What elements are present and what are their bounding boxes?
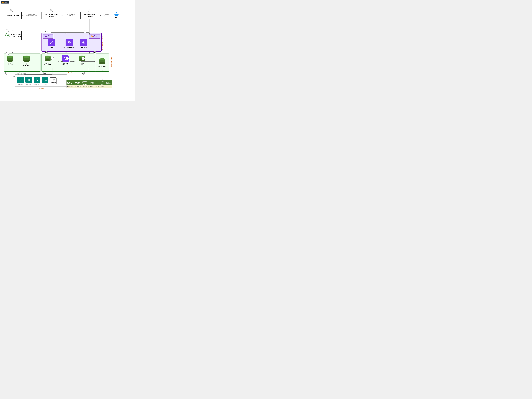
sagemaker-service: SageMaker — [17, 77, 24, 85]
s3-partitioned-icon — [23, 55, 30, 63]
svg-line-9 — [8, 35, 8, 35]
col-owner: Owner — [95, 80, 100, 85]
aws-header: aws AWS — [1, 1, 9, 4]
step-3-2: 3.2 — [66, 57, 69, 60]
svg-rect-6 — [6, 35, 8, 36]
redshift-icon — [67, 41, 71, 45]
discover-catalog-label: Discover — [104, 14, 109, 15]
svg-point-36 — [44, 56, 51, 58]
bedrock-service: Bedrock — [25, 77, 32, 85]
svg-point-55 — [23, 56, 30, 58]
col-raw-s3: RawS3 Path — [67, 80, 74, 85]
s3-raw-icon — [6, 55, 14, 63]
step-6-1: 6.1 — [10, 9, 13, 12]
glue-icon — [45, 35, 47, 38]
s3-partitioned-bucket: S3 -Partitioned — [23, 55, 30, 66]
svg-rect-39 — [65, 58, 65, 59]
svg-point-8 — [8, 35, 9, 36]
svg-rect-13 — [46, 36, 46, 37]
step-3-1: 3.1 — [51, 57, 54, 60]
svg-text:aws: aws — [91, 36, 92, 37]
step-6-2: 6.2 — [6, 29, 9, 32]
col-enriched: Enriched VersionS3 Path — [82, 80, 89, 85]
user-svg — [114, 11, 119, 16]
svg-point-46 — [99, 62, 105, 64]
step-5-1: 5.1 — [50, 9, 53, 12]
metadata-catalog-side-label: Metadata Catalog — [111, 57, 112, 68]
step-4-1: 4.1 — [88, 9, 91, 12]
cell-ai-path: S3://<path> — [74, 85, 82, 88]
ai-services-box: SageMaker Bedrock — [15, 75, 67, 87]
athena-service: Athena — [48, 39, 55, 48]
extracted-bucket-icon — [44, 55, 51, 62]
svg-point-47 — [99, 58, 105, 60]
cell-enriched-path: S3://<path> — [82, 85, 89, 88]
user-icon: User — [114, 11, 119, 18]
access-specific-label: Access Specific — [67, 14, 75, 15]
s3-metadata-box: S3 - Metadata Metadata Catalog — [95, 54, 109, 72]
lake-icon: aws — [91, 35, 93, 38]
cell-type: Image — [100, 85, 105, 88]
col-ai-output: AI OutputS3 Path — [74, 80, 82, 85]
svg-point-51 — [7, 56, 13, 58]
workflow-repartition-label: Workflow toRe-partition — [21, 73, 27, 76]
data-lake-box: AI Extracted Output Data Lake ExtractedD… — [41, 54, 101, 72]
svg-point-67 — [36, 79, 38, 81]
discover-catalog-label2: Catalog — [104, 15, 108, 17]
ai-services-label: AI Services — [37, 87, 44, 89]
lake-formation-subbox: aws LakeFormation — [89, 34, 100, 38]
s3-metadata-icon — [99, 58, 106, 65]
glue-catalog-subbox: GlueCatalog — [43, 34, 53, 38]
metadata-table: RawS3 Path AI OutputS3 Path Enriched Ver… — [66, 80, 112, 88]
recognition-service: Recognition — [33, 77, 40, 85]
s3-raw-bucket: S3 - Raw — [6, 55, 14, 65]
step-4-2: 4.2 — [84, 30, 87, 33]
cell-owner: Name — [95, 85, 100, 88]
svg-line-25 — [69, 42, 69, 43]
svg-point-7 — [8, 34, 9, 35]
step-5-3: 5.3 — [45, 51, 48, 54]
col-other: OtherMetadata — [105, 80, 112, 85]
svg-point-50 — [7, 60, 13, 62]
aws-logo: aws — [2, 1, 5, 3]
access-point-icon — [5, 33, 10, 38]
svg-point-42 — [79, 59, 85, 61]
svg-point-35 — [44, 59, 51, 61]
svg-line-26 — [69, 42, 70, 43]
ai-extracted-output-box: AI Extracted Output Access — [41, 12, 61, 19]
sagemaker-icon — [19, 78, 22, 82]
step-3-3: 3.3 — [82, 57, 85, 60]
aws-label: AWS — [5, 1, 8, 3]
s3-storage-area: S3 - Raw S3 -Partitioned — [4, 54, 41, 72]
step-6-3: 6.3 — [6, 52, 9, 55]
user-label: User — [115, 16, 118, 18]
query-glue-box: GlueCatalog aws LakeFormation Athena — [42, 33, 101, 52]
step-1: 1 — [5, 72, 8, 75]
step-2-3: 2.3 — [82, 72, 85, 75]
extracted-data-bucket: ExtractedData (JSON) — [44, 55, 51, 66]
textract-icon — [43, 78, 47, 82]
cell-source: BU 1 — [89, 85, 95, 88]
step-2-2: 2.2 — [17, 72, 20, 75]
other-ai-services: OtherAIServices — [50, 77, 57, 84]
svg-point-68 — [36, 79, 37, 80]
svg-point-4 — [115, 14, 118, 16]
svg-point-28 — [83, 42, 84, 43]
textract-service: Textract — [42, 77, 48, 85]
cell-other — [105, 85, 112, 88]
datazone-icon — [82, 41, 86, 45]
refined-data-bucket: RefinedData — [79, 55, 86, 65]
bedrock-icon — [27, 78, 31, 82]
request-access-label2: to Original Media Files — [26, 15, 37, 16]
redshift-service: Redshift Spectrum — [63, 39, 75, 48]
svg-point-54 — [23, 60, 30, 62]
col-source: Sourceof Data — [89, 80, 95, 85]
access-specific-label2: S3 Prefix — [69, 15, 73, 17]
col-type: Type ofData — [100, 80, 105, 85]
athena-icon — [50, 41, 54, 45]
step-5-2: 5.2 — [45, 30, 48, 33]
request-access-label: Request Access — [28, 14, 35, 15]
svg-point-3 — [116, 12, 117, 13]
step-4-3: 4.3 — [93, 51, 96, 54]
metadata-table-container: RawS3 Path AI OutputS3 Path Enriched Ver… — [66, 80, 84, 82]
